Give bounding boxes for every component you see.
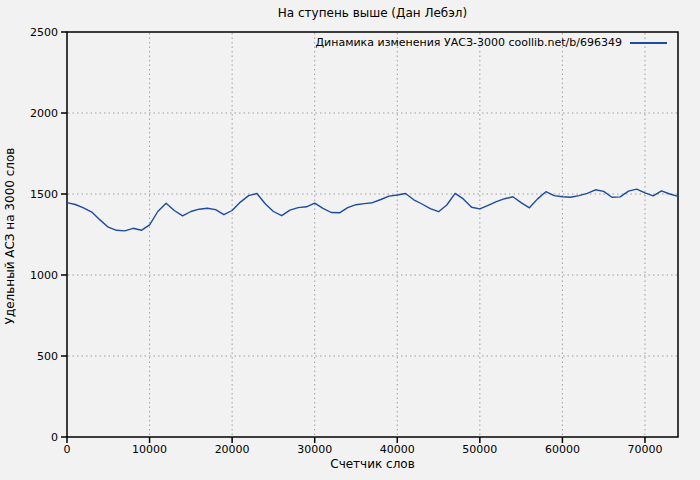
plot-canvas: Удельный АСЗ на 3000 слов 05001000150020…	[0, 0, 700, 480]
x-tick-label: 20000	[215, 443, 250, 456]
legend: Динамика изменения УАСЗ-3000 coollib.net…	[316, 36, 668, 49]
data-line	[67, 189, 678, 231]
chart-figure: На ступень выше (Дан Лебэл) Удельный АСЗ…	[0, 0, 700, 480]
x-axis-label: Счетчик слов	[67, 457, 678, 471]
x-tick-label: 40000	[380, 443, 415, 456]
legend-line-sample	[630, 42, 667, 44]
legend-label: Динамика изменения УАСЗ-3000 coollib.net…	[316, 36, 623, 49]
plot-border	[67, 32, 678, 437]
x-tick-label: 60000	[545, 443, 580, 456]
x-tick-label: 50000	[462, 443, 497, 456]
y-tick-label: 1500	[30, 188, 58, 201]
y-axis-label: Удельный АСЗ на 3000 слов	[3, 148, 17, 325]
x-tick-label: 70000	[627, 443, 662, 456]
y-tick-label: 2000	[30, 107, 58, 120]
x-tick-label: 10000	[132, 443, 167, 456]
y-tick-label: 2500	[30, 26, 58, 39]
x-tick-label: 30000	[297, 443, 332, 456]
y-tick-label: 500	[37, 350, 58, 363]
y-tick-label: 0	[51, 431, 58, 444]
x-tick-label: 0	[64, 443, 71, 456]
y-tick-label: 1000	[30, 269, 58, 282]
